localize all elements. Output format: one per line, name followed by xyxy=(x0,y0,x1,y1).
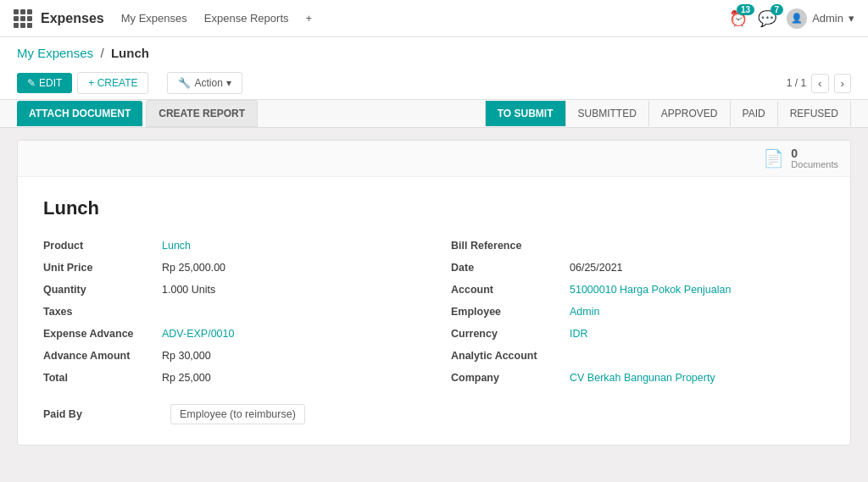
admin-menu[interactable]: 👤 Admin ▾ xyxy=(787,8,854,29)
date-label: Date xyxy=(451,262,570,274)
clock-button[interactable]: ⏰ 13 xyxy=(729,9,748,28)
field-company: Company CV Berkah Bangunan Property xyxy=(451,368,825,391)
breadcrumb-current: Lunch xyxy=(111,46,149,60)
admin-label: Admin xyxy=(812,12,843,25)
pagination: 1 / 1 ‹ › xyxy=(787,74,851,93)
total-value: Rp 25,000 xyxy=(162,372,211,384)
total-label: Total xyxy=(43,372,162,384)
paid-by-value: Employee (to reimburse) xyxy=(170,404,305,424)
bill-ref-label: Bill Reference xyxy=(451,240,570,252)
main-content: 📄 0 Documents Lunch Product Lunch Unit P… xyxy=(0,128,868,457)
currency-label: Currency xyxy=(451,328,570,340)
product-value[interactable]: Lunch xyxy=(162,240,191,252)
paid-by-section: Paid By Employee (to reimburse) xyxy=(43,404,825,424)
create-button[interactable]: + CREATE xyxy=(77,72,148,94)
grid-icon[interactable] xyxy=(14,9,32,28)
chat-badge: 7 xyxy=(771,4,784,15)
status-bar: ATTACH DOCUMENT CREATE REPORT TO SUBMIT … xyxy=(0,100,868,128)
field-expense-advance: Expense Advance ADV-EXP/0010 xyxy=(43,324,417,346)
advance-amount-label: Advance Amount xyxy=(43,350,162,362)
left-fields: Product Lunch Unit Price Rp 25,000.00 Qu… xyxy=(43,236,417,391)
account-value[interactable]: 51000010 Harga Pokok Penjualan xyxy=(570,284,731,296)
paid-by-label: Paid By xyxy=(43,408,162,420)
app-name: Expenses xyxy=(41,11,104,26)
document-icon: 📄 xyxy=(763,148,784,169)
nav-my-expenses[interactable]: My Expenses xyxy=(121,12,187,25)
docs-count: 0 xyxy=(791,147,838,159)
tab-refused[interactable]: REFUSED xyxy=(777,101,851,126)
field-account: Account 51000010 Harga Pokok Penjualan xyxy=(451,280,825,302)
nav-expense-reports[interactable]: Expense Reports xyxy=(204,12,289,25)
chevron-down-icon: ▾ xyxy=(849,12,854,25)
breadcrumb: My Expenses / Lunch xyxy=(17,46,851,60)
product-label: Product xyxy=(43,240,162,252)
status-tabs: TO SUBMIT SUBMITTED APPROVED PAID REFUSE… xyxy=(485,101,851,126)
account-label: Account xyxy=(451,284,570,296)
top-navigation: Expenses My Expenses Expense Reports + ⏰… xyxy=(0,0,868,37)
nav-links: My Expenses Expense Reports + xyxy=(121,12,312,25)
docs-info: 0 Documents xyxy=(791,147,838,169)
field-total: Total Rp 25,000 xyxy=(43,368,417,391)
action-button[interactable]: 🔧 Action ▾ xyxy=(167,72,242,94)
page-header: My Expenses / Lunch ✎ EDIT + CREATE 🔧 Ac… xyxy=(0,37,868,100)
create-report-button[interactable]: CREATE REPORT xyxy=(146,100,258,127)
next-page-button[interactable]: › xyxy=(834,74,851,93)
avatar: 👤 xyxy=(787,8,807,29)
topnav-actions: ⏰ 13 💬 7 👤 Admin ▾ xyxy=(729,8,854,29)
expense-advance-label: Expense Advance xyxy=(43,328,162,340)
field-advance-amount: Advance Amount Rp 30,000 xyxy=(43,346,417,368)
action-chevron-icon: ▾ xyxy=(226,77,231,89)
create-label: + CREATE xyxy=(88,77,137,89)
field-currency: Currency IDR xyxy=(451,324,825,346)
tab-to-submit[interactable]: TO SUBMIT xyxy=(485,101,565,126)
tab-paid[interactable]: PAID xyxy=(730,101,777,126)
tab-approved[interactable]: APPROVED xyxy=(648,101,730,126)
company-label: Company xyxy=(451,372,570,384)
field-employee: Employee Admin xyxy=(451,302,825,324)
edit-button[interactable]: ✎ EDIT xyxy=(17,73,72,93)
advance-amount-value: Rp 30,000 xyxy=(162,350,211,362)
field-quantity: Quantity 1.000 Units xyxy=(43,280,417,302)
field-taxes: Taxes xyxy=(43,302,417,324)
unit-price-value: Rp 25,000.00 xyxy=(162,262,225,274)
employee-value[interactable]: Admin xyxy=(570,306,599,318)
field-date: Date 06/25/2021 xyxy=(451,258,825,280)
currency-value[interactable]: IDR xyxy=(570,328,588,340)
nav-plus[interactable]: + xyxy=(306,12,313,25)
analytic-account-label: Analytic Account xyxy=(451,350,570,362)
tab-submitted[interactable]: SUBMITTED xyxy=(565,101,648,126)
action-icon: 🔧 xyxy=(178,77,191,89)
breadcrumb-parent[interactable]: My Expenses xyxy=(17,46,93,60)
record-card: 📄 0 Documents Lunch Product Lunch Unit P… xyxy=(17,140,851,446)
documents-badge[interactable]: 📄 0 Documents xyxy=(763,147,838,169)
field-unit-price: Unit Price Rp 25,000.00 xyxy=(43,258,417,280)
docs-label: Documents xyxy=(791,159,838,169)
prev-page-button[interactable]: ‹ xyxy=(811,74,828,93)
clock-badge: 13 xyxy=(737,4,754,15)
field-product: Product Lunch xyxy=(43,236,417,258)
pagination-text: 1 / 1 xyxy=(787,77,806,89)
employee-label: Employee xyxy=(451,306,570,318)
quantity-value: 1.000 Units xyxy=(162,284,215,296)
action-label: Action xyxy=(194,77,222,89)
app-logo: Expenses xyxy=(14,9,104,28)
toolbar: ✎ EDIT + CREATE 🔧 Action ▾ 1 / 1 ‹ › xyxy=(17,67,851,99)
unit-price-label: Unit Price xyxy=(43,262,162,274)
company-value[interactable]: CV Berkah Bangunan Property xyxy=(570,372,715,384)
record-title: Lunch xyxy=(43,197,825,219)
expense-advance-value[interactable]: ADV-EXP/0010 xyxy=(162,328,234,340)
chat-button[interactable]: 💬 7 xyxy=(758,9,776,28)
quantity-label: Quantity xyxy=(43,284,162,296)
card-top-bar: 📄 0 Documents xyxy=(18,141,850,177)
right-fields: Bill Reference Date 06/25/2021 Account 5… xyxy=(451,236,825,391)
fields-grid: Product Lunch Unit Price Rp 25,000.00 Qu… xyxy=(43,236,825,391)
field-bill-ref: Bill Reference xyxy=(451,236,825,258)
card-body: Lunch Product Lunch Unit Price Rp 25,000… xyxy=(18,177,850,445)
field-analytic-account: Analytic Account xyxy=(451,346,825,368)
edit-icon: ✎ xyxy=(27,77,36,89)
date-value: 06/25/2021 xyxy=(570,262,623,274)
attach-document-button[interactable]: ATTACH DOCUMENT xyxy=(17,101,142,126)
taxes-label: Taxes xyxy=(43,306,162,318)
